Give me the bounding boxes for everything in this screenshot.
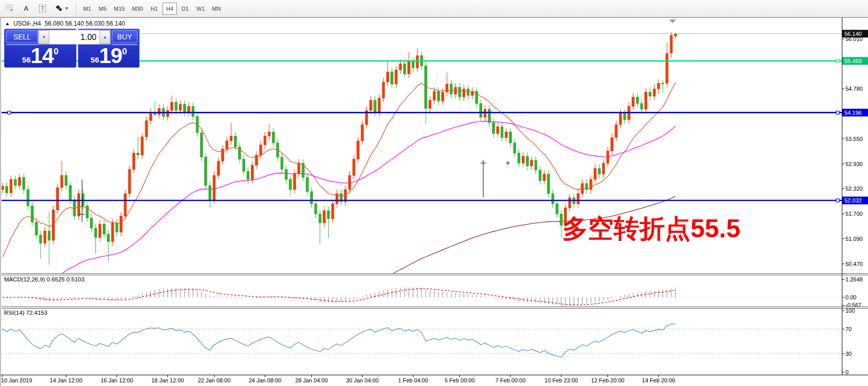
candle (234, 136, 236, 147)
arrow-objects-tool-icon[interactable]: ▼ (52, 3, 71, 15)
text-box-tool-icon[interactable]: T (35, 3, 50, 15)
volume-spinner: ▼ ▲ (38, 30, 111, 45)
timeframe-group: M1M5M15M30H1H4D1W1MN (80, 3, 224, 15)
hline-anchor[interactable] (8, 111, 11, 114)
candle (543, 174, 546, 181)
candle (539, 170, 541, 181)
candle (2, 187, 4, 190)
time-tick-label: 16 Jan 12:00 (101, 377, 133, 383)
candle (243, 159, 245, 171)
candle (264, 136, 266, 145)
candle (73, 200, 76, 216)
candle (314, 204, 317, 214)
candle (594, 169, 597, 179)
candle (128, 169, 131, 194)
candle (488, 109, 490, 123)
candle (14, 179, 16, 186)
candle (361, 125, 364, 141)
candle (251, 165, 253, 179)
time-tick-label: 22 Jan 08:00 (198, 377, 231, 383)
candle (463, 89, 465, 97)
candle (501, 127, 503, 137)
tab-timeframe-h1[interactable]: H1 (147, 3, 162, 15)
candle (412, 62, 415, 68)
candle (247, 171, 249, 179)
tab-timeframe-d1[interactable]: D1 (178, 3, 192, 15)
candle (674, 34, 677, 36)
candle (171, 103, 173, 111)
tab-timeframe-mn[interactable]: MN (209, 3, 224, 15)
symbol-ohlc: 56.080 56.140 56.030 56.140 (45, 20, 125, 27)
candle (90, 218, 93, 228)
candle (386, 72, 389, 82)
time-tick-label: 12 Feb 20:00 (591, 377, 624, 383)
candle (111, 223, 114, 241)
candle (44, 231, 46, 243)
candle (547, 174, 550, 194)
symbol-name: USOil-,H4 (13, 20, 41, 27)
tab-timeframe-m30[interactable]: M30 (129, 3, 146, 15)
candle (192, 107, 194, 117)
candle (497, 127, 499, 134)
candle (35, 222, 38, 235)
candle (640, 104, 643, 109)
candle (327, 211, 330, 219)
tab-timeframe-m15[interactable]: M15 (111, 3, 128, 15)
candle (205, 157, 207, 186)
candle (183, 105, 186, 113)
toolbar: F A T ▼ M1M5M15M30H1H4D1W1MN (0, 0, 868, 17)
candle (209, 186, 211, 200)
candle (141, 137, 144, 155)
candle (602, 163, 605, 174)
candle (40, 235, 42, 243)
candle (61, 175, 63, 188)
candle (391, 72, 393, 84)
annotation-text: 多空转折点55.5 (562, 214, 740, 243)
candle (636, 97, 639, 104)
candle (568, 198, 571, 208)
candle (52, 210, 55, 240)
time-tick-label: 10 Jan 2019 (1, 377, 32, 383)
candle (23, 177, 25, 190)
buy-button[interactable]: BUY (112, 30, 137, 43)
candle (166, 110, 169, 116)
buy-price-pips: 19 (99, 46, 122, 66)
time-tick-label: 18 Jan 12:00 (151, 377, 184, 383)
text-tool-icon[interactable]: A (19, 3, 33, 15)
tab-timeframe-m1[interactable]: M1 (80, 3, 94, 15)
toolbar-separator (75, 3, 76, 14)
candle (645, 92, 647, 109)
candle (306, 177, 309, 192)
candle (69, 186, 72, 200)
candle (382, 82, 385, 98)
sell-price-display[interactable]: 56140 (4, 46, 76, 66)
candle (158, 108, 161, 114)
candle (399, 64, 402, 70)
candle (611, 138, 614, 151)
sell-price-pips: 14 (31, 46, 54, 66)
candle (289, 179, 292, 190)
hline-anchor[interactable] (836, 59, 839, 63)
time-tick-label: 14 Jan 12:00 (50, 377, 83, 383)
hline-anchor[interactable] (836, 111, 839, 114)
hline-anchor[interactable] (836, 199, 839, 202)
candle (662, 83, 664, 84)
candle (492, 123, 495, 133)
candle (480, 104, 482, 117)
candle (179, 105, 182, 111)
volume-decrease-button[interactable]: ▼ (38, 30, 49, 44)
candle (94, 228, 97, 237)
text-box-glyph: T (39, 5, 47, 12)
grid-f-tool-icon[interactable]: F (3, 3, 17, 15)
time-tick-label: 5 Feb 00:00 (445, 377, 475, 383)
volume-input[interactable] (49, 30, 100, 44)
candle (518, 153, 520, 164)
tab-timeframe-m5[interactable]: M5 (95, 3, 110, 15)
tab-timeframe-w1[interactable]: W1 (193, 3, 208, 15)
volume-increase-button[interactable]: ▲ (100, 30, 110, 44)
tab-timeframe-h4[interactable]: H4 (163, 3, 177, 15)
candle (606, 151, 609, 164)
sell-button[interactable]: SELL (6, 30, 38, 43)
candle (632, 97, 635, 106)
buy-price-display[interactable]: 56190 (78, 46, 140, 66)
